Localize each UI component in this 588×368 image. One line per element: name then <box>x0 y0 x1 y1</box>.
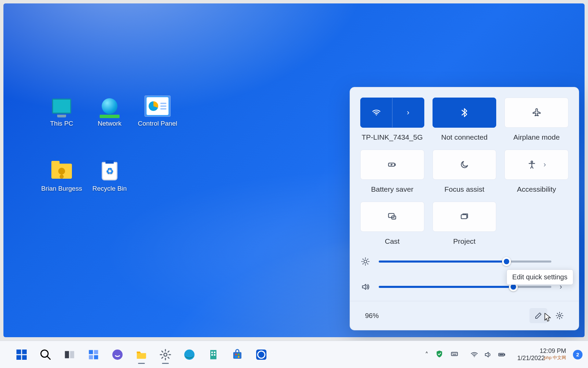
svg-rect-5 <box>461 215 467 219</box>
chat-icon <box>111 348 124 361</box>
folder-user-icon <box>49 161 74 181</box>
building-icon <box>207 348 220 361</box>
tile-airplane-mode[interactable] <box>504 98 568 128</box>
tile-bluetooth[interactable] <box>433 98 497 128</box>
office-button[interactable] <box>203 345 223 365</box>
desktop-icon-label: Brian Burgess <box>41 185 82 192</box>
start-button[interactable] <box>12 345 32 365</box>
edge-icon <box>183 348 196 361</box>
brightness-icon <box>360 257 371 266</box>
battery-status[interactable]: 96% <box>360 312 379 320</box>
screen: This PC Network Control Panel Brian Burg… <box>0 0 588 368</box>
svg-rect-19 <box>89 355 93 359</box>
desktop-icon-control-panel[interactable]: Control Panel <box>134 96 182 151</box>
all-settings-button[interactable] <box>551 308 568 323</box>
tile-label: Cast <box>385 237 400 245</box>
svg-rect-12 <box>16 355 21 360</box>
input-indicator[interactable] <box>450 350 459 359</box>
desktop-icon-this-pc[interactable]: This PC <box>38 96 86 151</box>
folder-icon <box>135 348 148 361</box>
tile-cast[interactable] <box>360 202 424 232</box>
tile-label: Battery saver <box>371 185 413 193</box>
tray-overflow-button[interactable]: ˄ <box>425 351 428 359</box>
tooltip: Edit quick settings <box>506 269 573 285</box>
desktop-icon-label: Recycle Bin <box>92 185 127 192</box>
volume-slider[interactable] <box>379 286 551 288</box>
svg-rect-28 <box>214 354 216 356</box>
airplane-icon <box>532 108 541 117</box>
moon-icon <box>460 160 469 169</box>
tile-wifi-expand[interactable]: › <box>392 98 424 127</box>
search-button[interactable] <box>36 345 55 365</box>
dell-app-button[interactable] <box>251 345 271 365</box>
quick-settings-panel: › TP-LINK_7434_5G Not connected Airplane… <box>350 87 579 330</box>
edit-quick-settings-button[interactable] <box>529 308 547 323</box>
desktop-icon-label: This PC <box>50 120 73 127</box>
search-icon <box>39 348 52 361</box>
tile-battery-saver[interactable] <box>360 150 424 180</box>
chat-button[interactable] <box>108 345 127 365</box>
shield-check-icon <box>435 350 443 358</box>
tile-focus-assist[interactable] <box>433 150 497 180</box>
security-tray-icon[interactable] <box>435 350 443 359</box>
edge-button[interactable] <box>179 345 199 365</box>
svg-rect-39 <box>499 354 503 355</box>
tile-label: Not connected <box>441 133 487 141</box>
microsoft-store-button[interactable] <box>227 345 247 365</box>
tile-wifi-toggle[interactable] <box>361 98 392 127</box>
notifications-button[interactable]: 2 <box>573 350 583 359</box>
speaker-icon <box>484 351 492 359</box>
notification-count: 2 <box>576 352 579 357</box>
battery-percent: 96% <box>365 312 379 320</box>
gear-icon <box>159 348 172 361</box>
wifi-icon <box>470 351 478 359</box>
battery-icon <box>498 351 506 359</box>
tile-wifi[interactable]: › <box>360 98 424 128</box>
task-view-button[interactable] <box>60 345 79 365</box>
windows-logo-icon <box>15 348 28 361</box>
svg-rect-31 <box>238 354 240 355</box>
clock-button[interactable]: 12:09 PM 1/21/2022 php 中文网 <box>517 347 566 361</box>
watermark-text: php 中文网 <box>544 355 566 360</box>
tray-date: 1/21/2022 <box>517 355 545 362</box>
tile-accessibility[interactable]: › <box>504 150 568 180</box>
svg-rect-33 <box>238 356 240 358</box>
svg-rect-11 <box>22 350 27 354</box>
svg-rect-15 <box>65 351 69 358</box>
brightness-slider-row <box>360 257 568 266</box>
recycle-bin-icon: ♻ <box>97 161 122 181</box>
cast-icon <box>387 212 397 221</box>
svg-point-0 <box>376 115 377 116</box>
tile-label: Focus assist <box>445 185 485 193</box>
desktop-icon-user-folder[interactable]: Brian Burgess <box>38 161 86 216</box>
svg-rect-18 <box>94 350 98 354</box>
network-sound-battery-button[interactable] <box>465 347 511 362</box>
file-explorer-button[interactable] <box>132 345 151 365</box>
svg-rect-36 <box>451 352 458 356</box>
svg-rect-16 <box>70 351 74 358</box>
settings-app-button[interactable] <box>155 345 175 365</box>
widgets-icon <box>87 348 100 361</box>
pencil-icon <box>534 312 542 320</box>
svg-rect-32 <box>235 356 237 358</box>
widgets-button[interactable] <box>84 345 103 365</box>
desktop-icon-recycle-bin[interactable]: ♻ Recycle Bin <box>86 161 134 216</box>
brightness-slider[interactable] <box>379 261 551 263</box>
tile-label: Accessibility <box>517 185 556 193</box>
globe-icon <box>97 96 122 116</box>
tile-project[interactable] <box>433 202 497 232</box>
svg-rect-20 <box>94 355 98 359</box>
store-icon <box>231 348 243 361</box>
monitor-icon <box>49 96 74 116</box>
accessibility-icon <box>527 160 537 169</box>
bluetooth-icon <box>460 108 469 117</box>
battery-leaf-icon <box>387 160 397 169</box>
svg-rect-26 <box>214 352 216 353</box>
task-view-icon <box>63 348 76 361</box>
keyboard-icon <box>450 350 459 358</box>
chevron-right-icon: › <box>407 108 409 117</box>
svg-rect-30 <box>235 354 237 355</box>
svg-rect-29 <box>233 352 241 359</box>
chevron-right-icon: › <box>543 160 546 169</box>
desktop-icon-network[interactable]: Network <box>86 96 134 151</box>
